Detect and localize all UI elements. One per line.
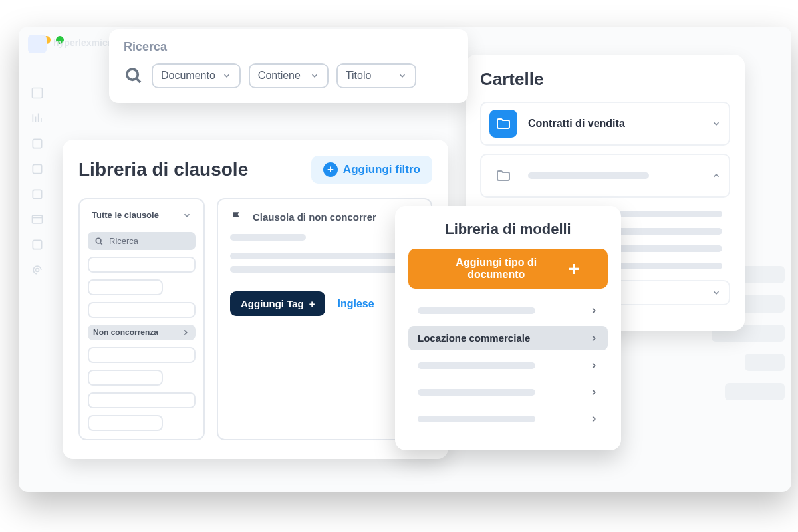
select-document-type[interactable]: Documento [152, 63, 241, 88]
clause-title: Libreria di clausole [78, 159, 248, 180]
plus-icon: + [323, 162, 338, 177]
list-item[interactable] [88, 302, 196, 318]
select-operator[interactable]: Contiene [249, 63, 329, 88]
search-row: Documento Contiene Titolo [124, 63, 454, 88]
add-filter-button[interactable]: + Aggiungi filtro [311, 156, 432, 184]
search-icon [94, 237, 104, 246]
chevron-up-icon [712, 171, 721, 180]
folder-icon [489, 162, 517, 190]
add-document-label: Aggiungi tipo di documento [436, 257, 556, 281]
clause-detail-title: Clausola di non concorrer [253, 211, 376, 223]
nav-icon [31, 263, 44, 277]
clause-filter-select[interactable]: Tutte le clausole [88, 207, 196, 225]
nav-icon [31, 238, 44, 251]
chevron-down-icon [310, 71, 319, 80]
clause-tag-item[interactable]: Non concorrenza [88, 325, 196, 340]
list-item[interactable] [88, 415, 163, 431]
plus-icon: + [568, 262, 580, 275]
models-title: Libreria di modelli [408, 221, 608, 238]
svg-rect-0 [33, 88, 43, 98]
svg-rect-2 [33, 164, 41, 173]
folder-row-selected[interactable]: Contratti di vendita [480, 102, 730, 146]
list-item[interactable] [88, 279, 163, 295]
chevron-right-icon [181, 328, 190, 337]
folder-label: Contratti di vendita [528, 118, 701, 130]
list-item[interactable] [88, 347, 196, 363]
model-row[interactable] [408, 299, 608, 322]
model-row-selected[interactable]: Locazione commerciale [408, 326, 608, 350]
select-field[interactable]: Titolo [336, 63, 416, 88]
chevron-down-icon [712, 288, 721, 297]
chevron-down-icon [712, 119, 721, 128]
chevron-right-icon [589, 306, 598, 315]
folder-icon [489, 110, 517, 138]
nav-icon [31, 188, 44, 201]
search-panel: Ricerca Documento Contiene Titolo [109, 29, 468, 103]
clause-library-panel: Libreria di clausole + Aggiungi filtro T… [63, 140, 448, 459]
add-tag-button[interactable]: Aggiungi Tag + [230, 291, 325, 316]
model-row[interactable] [408, 381, 608, 404]
chevron-right-icon [589, 334, 598, 343]
svg-point-7 [127, 69, 138, 80]
list-item[interactable] [88, 392, 196, 408]
svg-point-6 [36, 269, 39, 272]
chevron-right-icon [589, 361, 598, 370]
background-sidebar [19, 66, 57, 492]
models-panel: Libreria di modelli Aggiungi tipo di doc… [395, 206, 621, 450]
model-label: Locazione commerciale [418, 332, 530, 344]
svg-rect-3 [33, 190, 41, 198]
nav-icon [31, 112, 44, 125]
nav-icon [31, 162, 44, 176]
chevron-down-icon [222, 71, 231, 80]
search-placeholder: Ricerca [109, 236, 138, 246]
search-icon[interactable] [124, 66, 144, 86]
app-logo [28, 35, 47, 53]
flag-icon [230, 210, 243, 223]
list-item[interactable] [88, 257, 196, 273]
model-row[interactable] [408, 354, 608, 377]
nav-icon [31, 86, 44, 100]
chevron-right-icon [589, 388, 598, 397]
add-tag-label: Aggiungi Tag [241, 298, 304, 309]
search-title: Ricerca [124, 40, 454, 54]
svg-rect-5 [33, 240, 41, 249]
add-document-type-button[interactable]: Aggiungi tipo di documento + [408, 249, 608, 289]
model-row[interactable] [408, 408, 608, 430]
select-label: Contiene [258, 70, 301, 82]
clause-search-input[interactable]: Ricerca [88, 232, 196, 250]
plus-icon: + [309, 298, 315, 309]
clause-side-panel: Tutte le clausole Ricerca Non concorrenz… [78, 198, 205, 440]
chevron-down-icon [182, 211, 192, 220]
folder-row[interactable] [480, 154, 730, 198]
add-filter-label: Aggiungi filtro [343, 163, 420, 176]
tag-label: Non concorrenza [93, 328, 158, 337]
select-label: Documento [161, 70, 215, 82]
chevron-down-icon [398, 71, 407, 80]
select-label: Titolo [346, 70, 372, 82]
language-link[interactable]: Inglese [337, 298, 374, 310]
folders-title: Cartelle [480, 69, 730, 90]
svg-rect-1 [33, 139, 41, 148]
nav-icon [31, 137, 44, 150]
svg-point-8 [96, 238, 101, 243]
nav-icon [31, 213, 44, 226]
list-item[interactable] [88, 370, 163, 386]
chevron-right-icon [589, 414, 598, 424]
clause-filter-label: Tutte le clausole [92, 210, 159, 220]
svg-rect-4 [33, 215, 43, 223]
clause-header: Libreria di clausole + Aggiungi filtro [78, 156, 432, 184]
